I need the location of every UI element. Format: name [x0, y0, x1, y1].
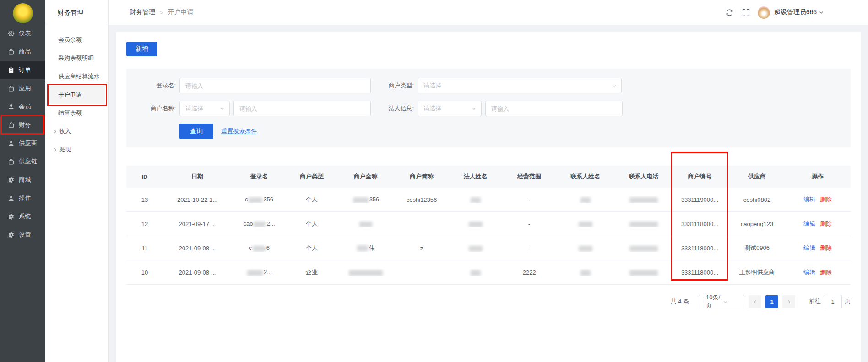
- sidebar-item-operations[interactable]: 操作: [0, 189, 45, 207]
- filter-select[interactable]: 请选择: [418, 78, 622, 93]
- chevron-down-icon: [220, 106, 225, 111]
- submenu-item-settlement-balance[interactable]: 结算余额: [49, 104, 105, 122]
- filter-label: 商户名称:: [137, 104, 176, 113]
- submenu-item-income[interactable]: 收入: [49, 122, 105, 140]
- breadcrumb-current: 开户申请: [168, 8, 194, 16]
- sidebar-item-supply-chain[interactable]: 供应链: [0, 152, 45, 171]
- submenu-item-label: 结算余额: [58, 109, 82, 117]
- sidebar-item-orders[interactable]: 订单: [0, 61, 45, 79]
- sidebar-item-system[interactable]: 系统: [0, 207, 45, 226]
- table-cell: 个人: [287, 244, 337, 252]
- filter-input[interactable]: [179, 78, 371, 93]
- app-layout: 仪表商品订单应用会员财务供应商供应链商城操作系统设置 财务管理 会员余额采购余额…: [0, 0, 868, 362]
- cell-text: -: [528, 221, 530, 227]
- user-name[interactable]: 超级管理员666: [774, 8, 817, 16]
- filter-input[interactable]: [233, 101, 371, 116]
- goto-unit-label: 页: [845, 297, 851, 306]
- cell-text: 3331118000...: [681, 269, 718, 276]
- cell-text: 3331118000...: [681, 245, 718, 252]
- table-cell: 王起明供应商: [726, 268, 788, 276]
- sidebar-item-suppliers[interactable]: 供应商: [0, 134, 45, 152]
- cell-text: 356: [369, 196, 380, 203]
- delete-link[interactable]: 删除: [820, 196, 832, 203]
- submenu-item-label: 开户申请: [58, 91, 82, 99]
- column-header: 商户类型: [287, 173, 337, 181]
- redacted-text: [579, 246, 592, 252]
- sidebar-item-label: 财务: [19, 121, 31, 129]
- redacted-text: [254, 222, 266, 227]
- table-cell: -: [502, 221, 557, 227]
- user-avatar[interactable]: [758, 6, 770, 19]
- submenu-item-purchase-balance-detail[interactable]: 采购余额明细: [49, 49, 105, 67]
- sidebar-item-finance[interactable]: 财务: [0, 116, 45, 134]
- sidebar-item-apps[interactable]: 应用: [0, 79, 45, 97]
- submenu-item-member-balance[interactable]: 会员余额: [49, 31, 105, 49]
- goto-page-input[interactable]: [824, 295, 842, 308]
- bag-icon: [8, 122, 15, 129]
- table-cell: 2021-09-08 ...: [163, 269, 232, 276]
- table-cell: [337, 220, 394, 227]
- cell-text: 2021-09-17 ...: [179, 221, 216, 227]
- reset-search-link[interactable]: 重置搜索条件: [221, 127, 257, 135]
- table-cell: z: [394, 245, 449, 252]
- table-cell: 企业: [287, 268, 337, 276]
- sidebar-item-goods[interactable]: 商品: [0, 43, 45, 61]
- prev-page-button[interactable]: [749, 295, 761, 308]
- submenu-item-withdraw[interactable]: 提现: [49, 140, 105, 159]
- filter-rows: 登录名:商户类型:请选择商户名称:请选择法人信息:请选择: [137, 78, 851, 116]
- page-size-select[interactable]: 10条/页: [699, 295, 744, 308]
- next-page-button[interactable]: [782, 295, 795, 308]
- redacted-text: [353, 197, 369, 203]
- delete-link[interactable]: 删除: [820, 244, 832, 251]
- chevron-down-icon: [612, 83, 617, 88]
- topbar: 财务管理 > 开户申请 超级管理员666: [109, 0, 868, 25]
- delete-link[interactable]: 删除: [820, 220, 832, 227]
- sidebar-item-members[interactable]: 会员: [0, 97, 45, 116]
- cell-text: 10: [141, 269, 148, 276]
- edit-link[interactable]: 编辑: [803, 220, 815, 227]
- app-logo-avatar[interactable]: [13, 3, 33, 23]
- cell-text: 个人: [306, 244, 318, 251]
- table-cell: 伟: [337, 244, 394, 252]
- table-cell: [449, 196, 502, 203]
- column-header: 商户简称: [394, 173, 449, 181]
- table-cell: 2021-09-17 ...: [163, 221, 232, 227]
- add-button[interactable]: 新增: [126, 42, 157, 56]
- page-button-1[interactable]: 1: [765, 295, 778, 308]
- sidebar-item-label: 供应链: [19, 157, 38, 166]
- breadcrumb-finance[interactable]: 财务管理: [130, 8, 155, 16]
- search-button[interactable]: 查询: [179, 124, 213, 139]
- table-cell: [557, 220, 614, 227]
- actions-cell: 编辑删除: [788, 244, 847, 252]
- edit-link[interactable]: 编辑: [803, 269, 815, 276]
- sidebar-item-settings[interactable]: 设置: [0, 226, 45, 244]
- delete-link[interactable]: 删除: [820, 269, 832, 276]
- sidebar-item-mall[interactable]: 商城: [0, 171, 45, 189]
- fullscreen-icon[interactable]: [742, 9, 750, 16]
- table-cell: 13: [126, 196, 163, 203]
- table-wrap: ID日期登录名商户类型商户全称商户简称法人姓名经营范围联系人姓名联系人电话商户编…: [126, 166, 851, 285]
- filter-input[interactable]: [485, 101, 623, 116]
- table-cell: -: [502, 196, 557, 203]
- submenu-item-label: 供应商结算流水: [58, 72, 100, 81]
- filter-label: 登录名:: [137, 81, 176, 90]
- actions-cell: 编辑删除: [788, 268, 847, 276]
- filter-select[interactable]: 请选择: [418, 101, 482, 116]
- sidebar-item-dashboard[interactable]: 仪表: [0, 24, 45, 43]
- table-cell: ceshi0802: [726, 196, 788, 203]
- filter-select[interactable]: 请选择: [179, 101, 230, 116]
- table-cell: 3331118000...: [673, 269, 726, 276]
- cell-text: 2021-09-08 ...: [179, 269, 216, 276]
- cell-text: 企业: [306, 269, 318, 276]
- chevron-right-icon: [53, 129, 59, 134]
- refresh-icon[interactable]: [726, 9, 733, 16]
- redacted-text: [359, 222, 372, 227]
- submenu-item-account-opening[interactable]: 开户申请: [49, 86, 105, 104]
- edit-link[interactable]: 编辑: [803, 196, 815, 203]
- submenu-item-supplier-settlement-flow[interactable]: 供应商结算流水: [49, 67, 105, 86]
- redacted-text: [253, 246, 266, 252]
- sidebar-nav: 仪表商品订单应用会员财务供应商供应链商城操作系统设置: [0, 24, 45, 244]
- edit-link[interactable]: 编辑: [803, 244, 815, 251]
- table-cell: 个人: [287, 220, 337, 228]
- sidebar-item-label: 商品: [19, 48, 31, 56]
